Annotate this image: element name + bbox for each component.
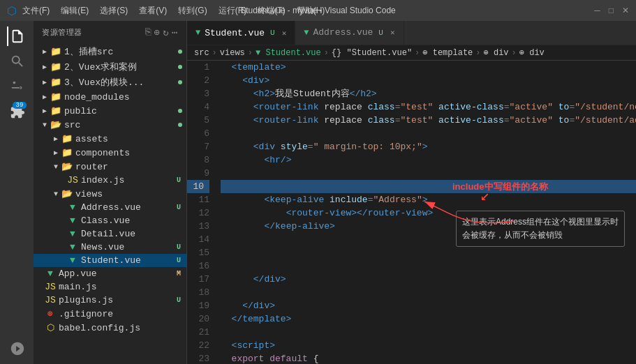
run-icon[interactable]: [7, 339, 27, 358]
status-dot: [178, 109, 182, 113]
breadcrumb-sep: ›: [475, 48, 480, 58]
sidebar-item-vuexmodule[interactable]: ▶ 📁 3、Vuex的模块...: [34, 75, 186, 90]
code-line-8: <hr/>: [221, 153, 636, 167]
sidebar-item-gitignore[interactable]: ⊛ .gitignore: [34, 307, 186, 321]
breadcrumb-views[interactable]: views: [220, 48, 245, 58]
sidebar-item-label: main.js: [59, 282, 186, 292]
sidebar-item-label: index.js: [81, 175, 177, 185]
code-content[interactable]: <template> <div> <h2>我是Student内容</h2> <r…: [215, 61, 636, 364]
breadcrumb: src › views › ▼ Student.vue › {} "Studen…: [187, 45, 636, 61]
code-editor[interactable]: 12345 6789 10 1112131415 1617181920 2122…: [187, 61, 636, 364]
editor-area: ▼ Student.vue U ✕ ▼ Address.vue U ✕ src …: [187, 21, 636, 364]
new-folder-icon[interactable]: ⊕: [154, 26, 160, 38]
sidebar-item-label: 2、Vuex求和案例: [64, 61, 178, 73]
sidebar-item-babelconfig[interactable]: ⬡ babel.config.js: [34, 321, 186, 335]
sidebar-header: 资源管理器 ⎘ ⊕ ↻ ⋯: [34, 21, 186, 44]
breadcrumb-div2[interactable]: ⊕ div: [519, 47, 545, 58]
sidebar-item-appvue[interactable]: ▼ App.vue M: [34, 267, 186, 280]
sidebar-item-assets[interactable]: ▶ 📁 assets: [34, 132, 186, 146]
breadcrumb-src[interactable]: src: [194, 48, 209, 58]
arrow-icon: ▼: [39, 121, 50, 129]
sidebar-item-detail[interactable]: ▼ Detail.vue: [34, 227, 186, 241]
sidebar-item-indexjs[interactable]: JS index.js U: [34, 174, 186, 187]
code-line-7: <div style=" margin-top: 10px;">: [221, 140, 636, 153]
folder-icon: 📁: [50, 105, 61, 116]
minimize-button[interactable]: ─: [594, 6, 600, 15]
tab-address[interactable]: ▼ Address.vue U ✕: [295, 21, 404, 45]
vue-file-icon: ▼: [67, 202, 78, 213]
breadcrumb-studentvue[interactable]: ▼ Student.vue: [256, 48, 321, 58]
sidebar-item-pluginsrc[interactable]: ▶ 📁 1、插槽src: [34, 44, 186, 59]
sidebar-item-label: views: [75, 189, 186, 199]
search-icon[interactable]: [7, 52, 27, 71]
folder-icon: 📁: [50, 61, 61, 73]
source-control-icon[interactable]: [7, 77, 27, 96]
code-line-10: [221, 180, 636, 193]
sidebar-item-public[interactable]: ▶ 📁 public: [34, 104, 186, 118]
tab-close-icon[interactable]: ✕: [282, 29, 287, 38]
menu-file[interactable]: 文件(F): [22, 5, 50, 17]
refresh-icon[interactable]: ↻: [163, 26, 169, 38]
code-line-2: <div>: [221, 74, 636, 87]
window-controls[interactable]: ─ □ ✕: [594, 6, 629, 15]
breadcrumb-template[interactable]: ⊕ template: [422, 47, 473, 58]
arrow-icon: ▶: [39, 107, 50, 115]
sidebar-item-router[interactable]: ▼ 📂 router: [34, 160, 186, 174]
code-line-21: [221, 326, 636, 339]
extensions-badge: 39: [15, 102, 27, 109]
menu-view[interactable]: 查看(V): [139, 5, 167, 17]
menu-edit[interactable]: 编辑(E): [61, 5, 89, 17]
sidebar-item-vuex[interactable]: ▶ 📁 2、Vuex求和案例: [34, 59, 186, 75]
sidebar-item-label: babel.config.js: [59, 323, 186, 333]
sidebar-item-class[interactable]: ▼ Class.vue: [34, 214, 186, 227]
sidebar-item-mainjs[interactable]: JS main.js: [34, 280, 186, 294]
sidebar-item-src[interactable]: ▼ 📂 src: [34, 118, 186, 132]
new-file-icon[interactable]: ⎘: [145, 26, 151, 38]
tab-label: Student.vue: [205, 28, 265, 38]
sidebar-item-news[interactable]: ▼ News.vue U: [34, 241, 186, 254]
sidebar-item-components[interactable]: ▶ 📁 components: [34, 146, 186, 160]
tab-badge: U: [270, 29, 275, 37]
breadcrumb-div1[interactable]: ⊕ div: [484, 47, 509, 58]
sidebar-item-views[interactable]: ▼ 📂 views: [34, 187, 186, 201]
arrow-icon: ▼: [50, 163, 61, 171]
status-dot: [178, 123, 182, 127]
main-layout: 39 资源管理器 ⎘ ⊕ ↻ ⋯ ▶ 📁 1、插槽src ▶ 📁: [0, 21, 636, 364]
tab-close-icon[interactable]: ✕: [390, 28, 395, 37]
tab-student[interactable]: ▼ Student.vue U ✕: [187, 21, 295, 45]
code-line-13: </keep-alive>: [221, 220, 636, 233]
sidebar-item-label: Address.vue: [81, 202, 177, 213]
explorer-icon[interactable]: [7, 26, 27, 46]
code-line-9: [221, 167, 636, 180]
collapse-icon[interactable]: ⋯: [172, 26, 178, 38]
maximize-button[interactable]: □: [609, 6, 614, 15]
sidebar-item-label: App.vue: [59, 268, 177, 279]
vue-file-icon: ▼: [67, 255, 78, 266]
menu-select[interactable]: 选择(S): [100, 5, 128, 17]
sidebar-item-label: plugins.js: [59, 295, 177, 305]
git-file-icon: ⊛: [45, 308, 56, 319]
breadcrumb-sep: ›: [324, 48, 329, 58]
sidebar-item-pluginsjs[interactable]: JS plugins.js U: [34, 294, 186, 307]
arrow-icon: ▶: [39, 78, 50, 86]
code-line-6: [221, 127, 636, 140]
code-line-20: </template>: [221, 312, 636, 326]
sidebar: 资源管理器 ⎘ ⊕ ↻ ⋯ ▶ 📁 1、插槽src ▶ 📁 2、Vuex求和案例: [34, 21, 187, 364]
sidebar-actions[interactable]: ⎘ ⊕ ↻ ⋯: [145, 26, 178, 38]
extensions-icon[interactable]: 39: [7, 102, 27, 121]
sidebar-item-student[interactable]: ▼ Student.vue U: [34, 254, 186, 267]
menu-goto[interactable]: 转到(G): [178, 5, 207, 17]
vue-file-icon: ▼: [67, 229, 78, 239]
file-badge: M: [177, 270, 181, 278]
sidebar-item-address[interactable]: ▼ Address.vue U: [34, 201, 186, 214]
close-button[interactable]: ✕: [622, 6, 629, 15]
code-line-14: [221, 233, 636, 246]
babel-file-icon: ⬡: [45, 322, 56, 333]
sidebar-item-label: node_modules: [64, 92, 186, 103]
folder-icon: 📁: [50, 77, 61, 88]
sidebar-item-nodemodules[interactable]: ▶ 📁 node_modules: [34, 90, 186, 104]
breadcrumb-component[interactable]: {} "Student.vue": [332, 48, 412, 58]
tab-label: Address.vue: [313, 27, 373, 38]
js-file-icon: JS: [45, 295, 56, 305]
js-file-icon: JS: [67, 175, 78, 185]
